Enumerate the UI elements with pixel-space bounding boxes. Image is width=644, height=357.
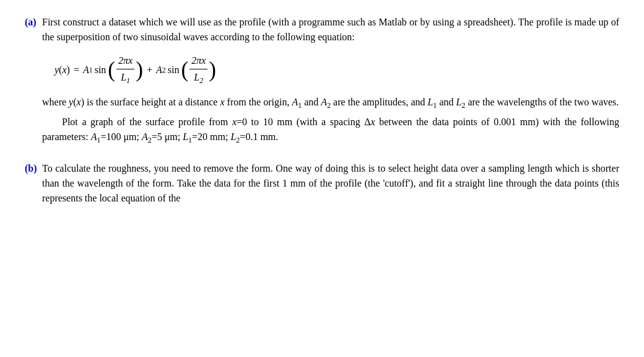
equation-block: y(x) = A1 sin ( 2πx L1 ) + A2 sin ( 2πx …	[42, 53, 619, 86]
eq-lparen1: (	[108, 59, 115, 81]
problem-a-plot: Plot a graph of the surface profile from…	[42, 115, 619, 146]
eq-rparen2: )	[209, 59, 216, 81]
problem-a-label: (a)	[25, 15, 42, 30]
eq-den2: L2	[192, 69, 205, 86]
eq-A1: A	[83, 63, 89, 77]
problem-a: (a) First construct a dataset which we w…	[25, 15, 619, 150]
eq-lhs-x: x	[62, 63, 66, 77]
eq-sub1: 1	[89, 64, 93, 76]
eq-sub2: 2	[162, 64, 166, 76]
eq-lparen2: (	[181, 59, 188, 81]
eq-den1: L1	[119, 69, 132, 86]
problem-a-where: where y(x) is the surface height at a di…	[42, 95, 619, 111]
eq-lhs-paren-close: )	[67, 63, 70, 77]
eq-sin1: sin	[95, 63, 107, 77]
problem-b-text: To calculate the roughness, you need to …	[42, 161, 619, 209]
eq-A2: A	[156, 63, 162, 77]
problem-a-intro: First construct a dataset which we will …	[42, 15, 619, 45]
eq-lhs-y: y	[54, 63, 59, 77]
eq-num2: 2πx	[189, 53, 207, 69]
problem-b-para: To calculate the roughness, you need to …	[42, 161, 619, 206]
problem-a-text: First construct a dataset which we will …	[42, 15, 619, 150]
problem-b: (b) To calculate the roughness, you need…	[25, 161, 619, 209]
eq-equals: =	[74, 63, 79, 77]
eq-sin2: sin	[168, 63, 180, 77]
main-content: (a) First construct a dataset which we w…	[25, 15, 619, 209]
eq-num1: 2πx	[116, 53, 134, 69]
problem-b-label: (b)	[25, 161, 42, 176]
eq-fraction2: 2πx L2	[189, 53, 207, 86]
eq-plus: +	[147, 63, 152, 77]
eq-rparen1: )	[136, 59, 143, 81]
eq-fraction1: 2πx L1	[116, 53, 134, 86]
